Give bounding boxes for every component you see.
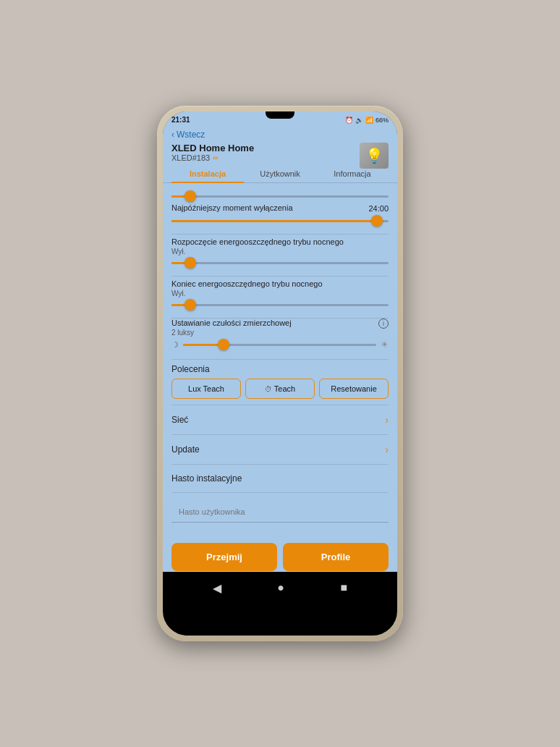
tab-instalacja[interactable]: Instalacja bbox=[171, 165, 244, 182]
commands-label: Polecenia bbox=[171, 364, 389, 374]
night-mode-start-sublabel: Wył. bbox=[171, 248, 389, 256]
shutoff-slider-thumb[interactable] bbox=[184, 190, 196, 202]
lux-teach-label: Lux Teach bbox=[188, 384, 224, 393]
status-icons: ⏰ 🔊 📶 66% bbox=[345, 117, 389, 124]
status-time: 21:31 bbox=[171, 116, 190, 124]
nav-recent-button[interactable]: ■ bbox=[341, 581, 348, 594]
shutoff-time-setting: Najpóźniejszy moment wyłączenia 24:00 bbox=[171, 190, 389, 227]
commands-buttons: Lux Teach ⏱ Teach Resetowanie bbox=[171, 379, 389, 399]
night-mode-end-label: Koniec energooszczędnego trybu nocnego bbox=[171, 279, 323, 288]
device-id: XLED#183 bbox=[171, 153, 210, 162]
shutoff-slider-track bbox=[171, 195, 389, 198]
list-item-siec[interactable]: Sieć › bbox=[171, 405, 389, 435]
wifi-icon: 📶 bbox=[365, 117, 373, 124]
tab-informacja[interactable]: Informacja bbox=[316, 165, 389, 182]
profile-button[interactable]: Profile bbox=[283, 543, 389, 571]
twilight-slider bbox=[183, 339, 376, 350]
battery-icon: 66% bbox=[376, 117, 389, 124]
night-mode-end-sublabel: Wył. bbox=[171, 290, 389, 297]
bottom-buttons: Przejmij Profile bbox=[163, 537, 397, 572]
twilight-sublabel: 2 luksy bbox=[171, 329, 389, 337]
twilight-fill bbox=[183, 344, 221, 346]
night-mode-end-slider bbox=[171, 299, 389, 311]
twilight-thumb[interactable] bbox=[218, 339, 229, 350]
tab-uzytkownik[interactable]: Użytkownik bbox=[244, 165, 316, 182]
clock-icon: ⏱ bbox=[265, 385, 272, 393]
resetowanie-label: Resetowanie bbox=[331, 384, 377, 393]
tabs: Instalacja Użytkownik Informacja bbox=[163, 165, 397, 183]
night-mode-start-setting: Rozpoczęcie energooszczędnego trybu nocn… bbox=[171, 235, 389, 269]
night-mode-start-track bbox=[171, 262, 389, 264]
nav-home-button[interactable]: ● bbox=[277, 581, 284, 594]
przejmij-button[interactable]: Przejmij bbox=[171, 543, 277, 571]
info-icon[interactable]: i bbox=[378, 318, 389, 329]
shutoff-label: Najpóźniejszy moment wyłączenia bbox=[171, 203, 293, 212]
twilight-track bbox=[183, 344, 376, 346]
update-chevron-icon: › bbox=[385, 444, 389, 455]
shutoff-value: 24:00 bbox=[368, 204, 389, 213]
nav-back-button[interactable]: ◀ bbox=[213, 581, 221, 595]
shutoff-slider2-container bbox=[171, 215, 389, 227]
lux-teach-button[interactable]: Lux Teach bbox=[171, 379, 241, 399]
device-name: XLED Home Home bbox=[171, 143, 389, 153]
shutoff-slider2-fill bbox=[171, 220, 378, 222]
phone-frame: 21:31 ⏰ 🔊 📶 66% ‹ Wstecz bbox=[157, 106, 403, 641]
siec-chevron-icon: › bbox=[385, 414, 389, 426]
night-mode-start-slider bbox=[171, 257, 389, 269]
twilight-label: Ustawianie czułości zmierzchowej bbox=[171, 318, 292, 327]
back-label: Wstecz bbox=[177, 130, 205, 140]
night-mode-end-track bbox=[171, 304, 389, 306]
bottom-nav: ◀ ● ■ bbox=[163, 572, 397, 604]
shutoff-slider2-thumb[interactable] bbox=[371, 215, 383, 227]
night-mode-end-setting: Koniec energooszczędnego trybu nocnego W… bbox=[171, 277, 389, 311]
siec-label: Sieć bbox=[171, 415, 188, 425]
night-mode-start-thumb[interactable] bbox=[184, 257, 196, 269]
edit-icon[interactable]: ✏ bbox=[213, 154, 219, 162]
commands-section: Polecenia Lux Teach ⏱ Teach Resetowanie bbox=[171, 364, 389, 399]
alarm-icon: ⏰ bbox=[345, 117, 353, 124]
night-mode-start-label: Rozpoczęcie energooszczędnego trybu nocn… bbox=[171, 237, 344, 246]
teach-label: Teach bbox=[274, 384, 295, 393]
update-label: Update bbox=[171, 444, 200, 455]
settings-body: Najpóźniejszy moment wyłączenia 24:00 bbox=[163, 186, 397, 534]
volume-icon: 🔊 bbox=[355, 117, 363, 124]
night-mode-end-thumb[interactable] bbox=[184, 299, 196, 311]
twilight-setting: Ustawianie czułości zmierzchowej i 2 luk… bbox=[171, 318, 389, 352]
sun-icon: ☀ bbox=[381, 339, 389, 350]
teach-button[interactable]: ⏱ Teach bbox=[245, 379, 315, 399]
back-button[interactable]: ‹ Wstecz bbox=[171, 130, 389, 140]
phone-inner: 21:31 ⏰ 🔊 📶 66% ‹ Wstecz bbox=[163, 111, 397, 636]
device-subtitle: XLED#183 ✏ bbox=[171, 153, 389, 162]
moon-icon: ☽ bbox=[171, 340, 179, 350]
list-item-update[interactable]: Update › bbox=[171, 435, 389, 465]
haslo-uzytkownika-input[interactable] bbox=[171, 502, 389, 523]
back-chevron-icon: ‹ bbox=[171, 130, 174, 140]
list-item-haslo-instalacyjne[interactable]: Hasto instalacyjne bbox=[171, 465, 389, 493]
notch bbox=[266, 111, 294, 119]
shutoff-slider-container bbox=[171, 190, 389, 202]
shutoff-slider2-track bbox=[171, 220, 389, 222]
twilight-slider-row: ☽ ☀ bbox=[171, 337, 389, 352]
list-item-haslo-uzytkownika[interactable] bbox=[171, 493, 389, 531]
twilight-label-row: Ustawianie czułości zmierzchowej i bbox=[171, 318, 389, 329]
shutoff-label-row: Najpóźniejszy moment wyłączenia 24:00 bbox=[171, 203, 389, 214]
app-header: ‹ Wstecz 💡 XLED Home Home XLED#183 ✏ bbox=[163, 125, 397, 165]
screen: 21:31 ⏰ 🔊 📶 66% ‹ Wstecz bbox=[163, 111, 397, 604]
divider-4 bbox=[171, 359, 389, 360]
resetowanie-button[interactable]: Resetowanie bbox=[319, 379, 389, 399]
app-content: ‹ Wstecz 💡 XLED Home Home XLED#183 ✏ bbox=[163, 125, 397, 572]
haslo-instalacyjne-label: Hasto instalacyjne bbox=[171, 473, 242, 484]
